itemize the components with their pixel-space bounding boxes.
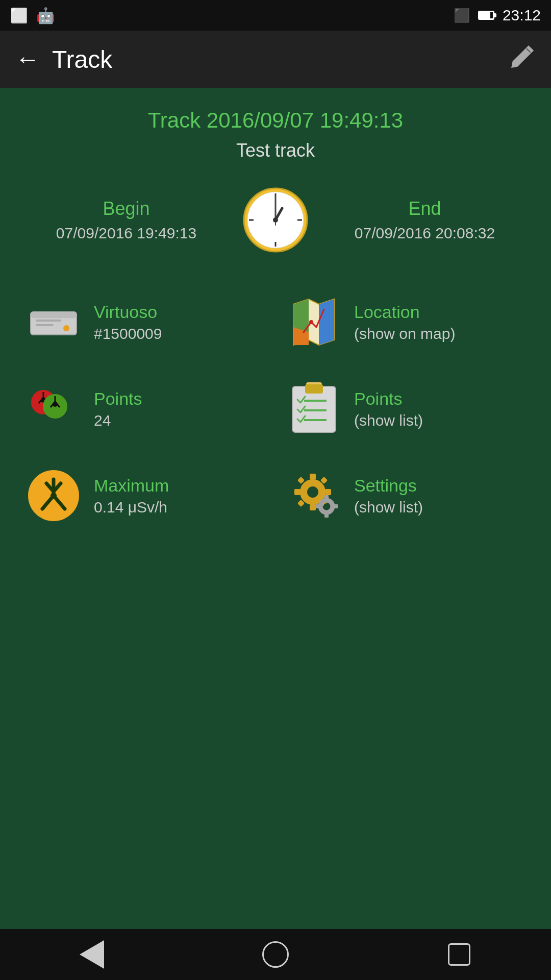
status-left-icons: ⬜ 🤖 xyxy=(10,7,55,24)
points-count-label: Points xyxy=(94,389,142,409)
radiation-pins-icon xyxy=(26,381,82,437)
points-count-text: Points 24 xyxy=(94,389,142,429)
points-list-text: Points (show list) xyxy=(354,389,423,429)
settings-item[interactable]: Settings (show list) xyxy=(276,452,536,539)
app-bar-left: ← Track xyxy=(15,45,112,74)
svg-rect-42 xyxy=(297,477,305,484)
svg-rect-14 xyxy=(36,324,54,326)
nav-home-button[interactable] xyxy=(260,939,291,970)
track-subtitle: Test track xyxy=(15,140,536,161)
no-sim-icon: ⬛ xyxy=(454,8,470,23)
settings-icon xyxy=(286,468,342,524)
clock-status: 23:12 xyxy=(503,7,541,24)
settings-value: (show list) xyxy=(354,499,423,516)
time-section: Begin 07/09/2016 19:49:13 xyxy=(15,187,536,253)
end-label: End xyxy=(408,198,441,219)
device-icon xyxy=(26,294,82,350)
android-icon: 🤖 xyxy=(36,7,55,24)
svg-point-19 xyxy=(309,320,313,324)
svg-rect-50 xyxy=(315,504,319,508)
map-icon xyxy=(286,294,342,350)
svg-point-35 xyxy=(51,493,57,499)
maximum-text: Maximum 0.14 μSv/h xyxy=(94,476,169,516)
svg-point-37 xyxy=(308,487,317,497)
svg-point-9 xyxy=(273,217,278,223)
svg-point-12 xyxy=(63,325,69,331)
app-bar: ← Track xyxy=(0,31,551,88)
location-label: Location xyxy=(354,302,455,322)
main-content: Track 2016/09/07 19:49:13 Test track Beg… xyxy=(0,88,551,929)
nav-recent-button[interactable] xyxy=(444,939,474,970)
virtuoso-item[interactable]: Virtuoso #1500009 xyxy=(15,279,276,365)
svg-rect-49 xyxy=(324,513,329,518)
battery-icon xyxy=(478,11,494,20)
begin-label: Begin xyxy=(103,198,149,219)
location-value: (show on map) xyxy=(354,325,455,342)
svg-rect-39 xyxy=(310,504,316,510)
svg-rect-41 xyxy=(325,489,331,495)
page-title: Track xyxy=(52,45,112,74)
svg-rect-48 xyxy=(324,495,329,499)
radiation-max-icon xyxy=(26,468,82,524)
points-count-value: 24 xyxy=(94,412,142,429)
svg-rect-11 xyxy=(31,312,77,318)
virtuoso-value: #1500009 xyxy=(94,325,162,342)
clock-icon xyxy=(242,187,309,253)
svg-marker-17 xyxy=(319,299,334,345)
end-value: 07/09/2016 20:08:32 xyxy=(355,225,495,242)
svg-rect-28 xyxy=(305,384,323,394)
nav-back-button[interactable] xyxy=(77,939,107,970)
screenshot-icon: ⬜ xyxy=(10,7,28,24)
edit-button[interactable] xyxy=(509,43,536,75)
maximum-item[interactable]: Maximum 0.14 μSv/h xyxy=(15,452,276,539)
track-title: Track 2016/09/07 19:49:13 xyxy=(15,108,536,133)
points-count-item[interactable]: Points 24 xyxy=(15,365,276,452)
points-list-value: (show list) xyxy=(354,412,423,429)
svg-rect-38 xyxy=(310,474,316,480)
settings-text: Settings (show list) xyxy=(354,476,423,516)
settings-label: Settings xyxy=(354,476,423,496)
svg-rect-51 xyxy=(334,504,338,508)
svg-point-47 xyxy=(323,503,330,509)
points-list-label: Points xyxy=(354,389,423,409)
maximum-label: Maximum xyxy=(94,476,169,496)
status-right-icons: ⬛ 23:12 xyxy=(454,7,541,24)
status-bar: ⬜ 🤖 ⬛ 23:12 xyxy=(0,0,551,31)
virtuoso-text: Virtuoso #1500009 xyxy=(94,302,162,342)
back-button[interactable]: ← xyxy=(15,47,40,71)
location-item[interactable]: Location (show on map) xyxy=(276,279,536,365)
end-block: End 07/09/2016 20:08:32 xyxy=(314,198,536,242)
bottom-nav xyxy=(0,929,551,980)
svg-rect-40 xyxy=(294,489,300,495)
checklist-icon xyxy=(286,381,342,437)
begin-block: Begin 07/09/2016 19:49:13 xyxy=(15,198,237,242)
maximum-value: 0.14 μSv/h xyxy=(94,499,169,516)
virtuoso-label: Virtuoso xyxy=(94,302,162,322)
begin-value: 07/09/2016 19:49:13 xyxy=(56,225,196,242)
location-text: Location (show on map) xyxy=(354,302,455,342)
points-list-item[interactable]: Points (show list) xyxy=(276,365,536,452)
info-grid: Virtuoso #1500009 xyxy=(15,279,536,539)
svg-rect-13 xyxy=(36,320,61,322)
